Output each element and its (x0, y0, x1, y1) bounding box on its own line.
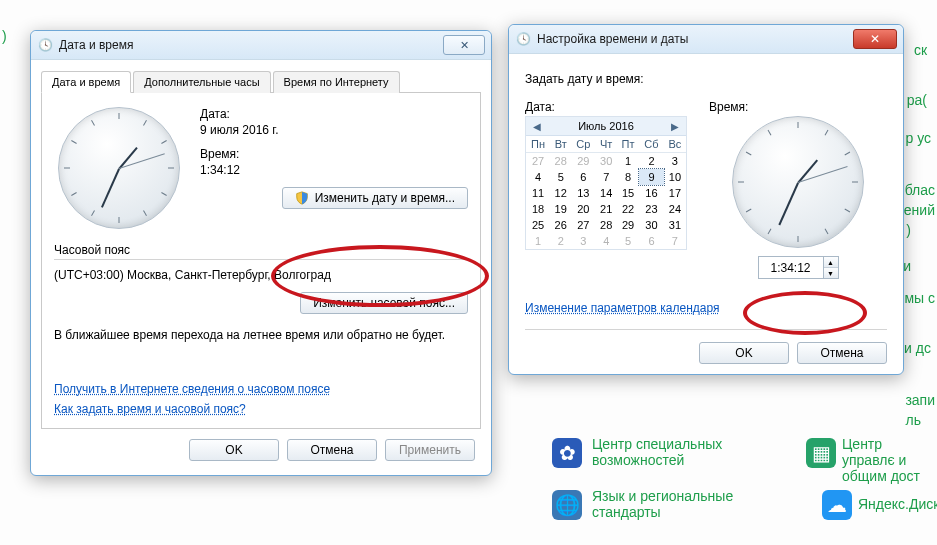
apply-button[interactable]: Применить (385, 439, 475, 461)
dst-note: В ближайшее время перехода на летнее вре… (54, 328, 468, 342)
calendar-dow: Ср (571, 136, 595, 153)
ok-button[interactable]: OK (699, 342, 789, 364)
calendar-day[interactable]: 3 (571, 233, 595, 249)
analog-clock (58, 107, 180, 229)
calendar-day[interactable]: 18 (526, 201, 550, 217)
calendar: ◀ Июль 2016 ▶ ПнВтСрЧтПтСбВс 27282930123… (525, 116, 687, 250)
tab-date-time[interactable]: Дата и время (41, 71, 131, 93)
calendar-day[interactable]: 13 (571, 185, 595, 201)
bg-link[interactable]: Яндекс.Диск (858, 496, 937, 512)
tab-strip: Дата и время Дополнительные часы Время п… (41, 70, 481, 93)
next-month-button[interactable]: ▶ (668, 121, 682, 132)
calendar-day[interactable]: 21 (596, 201, 617, 217)
date-label: Дата: (200, 107, 468, 121)
calendar-dow: Вт (550, 136, 571, 153)
calendar-day[interactable]: 14 (596, 185, 617, 201)
titlebar[interactable]: 🕓 Дата и время ✕ (31, 31, 491, 60)
tab-pane: Дата: 9 июля 2016 г. Время: 1:34:12 Изме… (41, 93, 481, 429)
calendar-day[interactable]: 29 (571, 153, 595, 170)
ok-button[interactable]: OK (189, 439, 279, 461)
calendar-day[interactable]: 10 (664, 169, 686, 185)
calendar-day[interactable]: 29 (617, 217, 639, 233)
time-value: 1:34:12 (200, 163, 468, 177)
calendar-day[interactable]: 11 (526, 185, 550, 201)
calendar-day[interactable]: 22 (617, 201, 639, 217)
calendar-day[interactable]: 4 (526, 169, 550, 185)
bg-text: ) (2, 28, 7, 44)
tab-additional-clocks[interactable]: Дополнительные часы (133, 71, 270, 93)
calendar-day[interactable]: 7 (596, 169, 617, 185)
calendar-day[interactable]: 17 (664, 185, 686, 201)
calendar-day[interactable]: 3 (664, 153, 686, 170)
bg-text: р ус (905, 130, 931, 146)
window-title: Дата и время (59, 38, 437, 52)
calendar-day[interactable]: 30 (639, 217, 664, 233)
date-time-window: 🕓 Дата и время ✕ Дата и время Дополнител… (30, 30, 492, 476)
bg-text: ) (906, 222, 911, 238)
calendar-day[interactable]: 4 (596, 233, 617, 249)
calendar-day[interactable]: 6 (639, 233, 664, 249)
calendar-day[interactable]: 23 (639, 201, 664, 217)
calendar-day[interactable]: 6 (571, 169, 595, 185)
calendar-day[interactable]: 31 (664, 217, 686, 233)
spin-down-button[interactable]: ▼ (824, 268, 838, 278)
howto-link[interactable]: Как задать время и часовой пояс? (54, 402, 246, 416)
date-value: 9 июля 2016 г. (200, 123, 468, 137)
bg-link[interactable]: Центр управлє и общим дост (842, 436, 932, 484)
change-date-time-button[interactable]: Изменить дату и время... (282, 187, 468, 209)
calendar-day[interactable]: 26 (550, 217, 571, 233)
calendar-day[interactable]: 24 (664, 201, 686, 217)
bg-text: и (903, 258, 911, 274)
bg-text: ений (904, 202, 935, 218)
bg-text: блас (905, 182, 935, 198)
tab-internet-time[interactable]: Время по Интернету (273, 71, 400, 93)
window-icon: 🕓 (37, 37, 53, 53)
calendar-day[interactable]: 30 (596, 153, 617, 170)
bg-text: ск (914, 42, 927, 58)
calendar-day[interactable]: 5 (617, 233, 639, 249)
set-date-time-window: 🕓 Настройка времени и даты ✕ Задать дату… (508, 24, 904, 375)
calendar-day[interactable]: 12 (550, 185, 571, 201)
calendar-day[interactable]: 2 (639, 153, 664, 170)
spin-up-button[interactable]: ▲ (824, 257, 838, 268)
calendar-day[interactable]: 2 (550, 233, 571, 249)
bg-text: и дс (904, 340, 931, 356)
calendar-day[interactable]: 27 (571, 217, 595, 233)
calendar-day[interactable]: 27 (526, 153, 550, 170)
cancel-button[interactable]: Отмена (287, 439, 377, 461)
calendar-day[interactable]: 1 (617, 153, 639, 170)
accessibility-icon: ✿ (552, 438, 582, 468)
bg-text: запи (905, 392, 935, 408)
time-input[interactable] (758, 256, 824, 279)
button-label: Изменить часовой пояс... (313, 296, 455, 310)
tz-info-link[interactable]: Получить в Интернете сведения о часовом … (54, 382, 330, 396)
calendar-day[interactable]: 28 (596, 217, 617, 233)
calendar-day[interactable]: 25 (526, 217, 550, 233)
cancel-button[interactable]: Отмена (797, 342, 887, 364)
calendar-day[interactable]: 8 (617, 169, 639, 185)
calendar-settings-link[interactable]: Изменение параметров календаря (525, 301, 720, 315)
calendar-day[interactable]: 19 (550, 201, 571, 217)
calendar-day[interactable]: 7 (664, 233, 686, 249)
bg-link[interactable]: Язык и региональные стандарты (592, 488, 742, 520)
close-button[interactable]: ✕ (443, 35, 485, 55)
calendar-day[interactable]: 15 (617, 185, 639, 201)
network-center-icon: ▦ (806, 438, 836, 468)
uac-shield-icon (295, 191, 309, 205)
prev-month-button[interactable]: ◀ (530, 121, 544, 132)
calendar-day[interactable]: 5 (550, 169, 571, 185)
change-timezone-button[interactable]: Изменить часовой пояс... (300, 292, 468, 314)
bg-text: ра( (907, 92, 927, 108)
calendar-dow: Пт (617, 136, 639, 153)
time-label: Время: (200, 147, 468, 161)
close-button[interactable]: ✕ (853, 29, 897, 49)
calendar-day[interactable]: 9 (639, 169, 664, 185)
date-label: Дата: (525, 100, 687, 114)
bg-link[interactable]: Центр специальных возможностей (592, 436, 732, 468)
bg-text: мы с (904, 290, 935, 306)
calendar-day[interactable]: 20 (571, 201, 595, 217)
calendar-day[interactable]: 16 (639, 185, 664, 201)
titlebar[interactable]: 🕓 Настройка времени и даты ✕ (509, 25, 903, 54)
calendar-day[interactable]: 28 (550, 153, 571, 170)
calendar-day[interactable]: 1 (526, 233, 550, 249)
